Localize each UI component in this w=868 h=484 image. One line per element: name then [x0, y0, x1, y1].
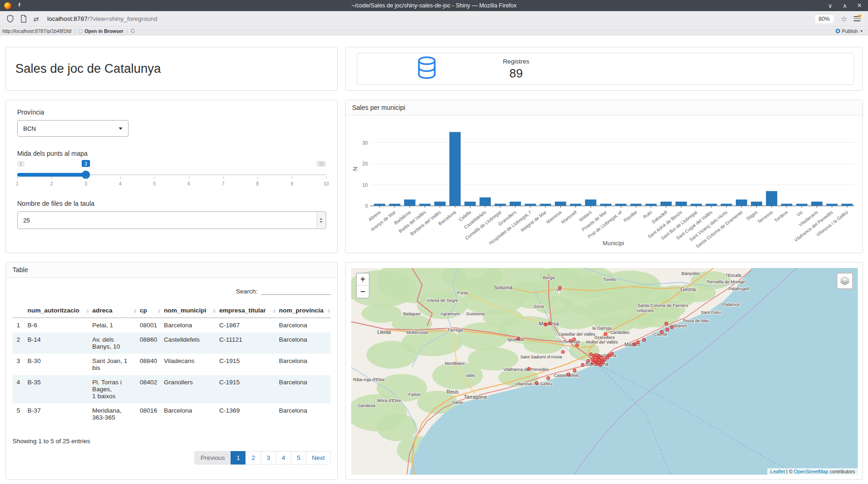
- provincia-selected-value: BCN: [23, 125, 36, 132]
- map-zoom-in-button[interactable]: +: [357, 274, 369, 286]
- chart-bar: [766, 191, 777, 206]
- x-axis-tick-label: Tordera: [773, 210, 789, 223]
- column-header-empresa_titular[interactable]: empresa_titular: [216, 304, 276, 318]
- map-sale-marker[interactable]: [604, 332, 607, 336]
- map-sale-marker[interactable]: [611, 352, 614, 356]
- chart-bar: [736, 199, 747, 206]
- chart-bar: [480, 197, 491, 206]
- number-stepper[interactable]: [316, 212, 325, 228]
- window-minimize-button[interactable]: ∨: [828, 2, 833, 9]
- map-town-label: Valls: [466, 373, 475, 378]
- map-sale-marker[interactable]: [573, 369, 576, 372]
- stepper-down-icon[interactable]: [320, 221, 322, 223]
- map-sale-marker[interactable]: [608, 354, 611, 357]
- next-page-button[interactable]: Next: [306, 451, 331, 465]
- map-sale-marker[interactable]: [535, 382, 538, 385]
- column-header-cp[interactable]: cp: [137, 304, 161, 318]
- map-sale-marker[interactable]: [670, 325, 674, 329]
- map-sale-marker[interactable]: [587, 359, 590, 363]
- x-axis-tick-label: Ripollet: [623, 210, 638, 223]
- map-canvas[interactable]: BergaSolsonaTorellóBanyolesl'EscalaTorro…: [351, 268, 858, 475]
- map-town-label: Castelldefels: [554, 373, 579, 378]
- map-sale-marker[interactable]: [544, 323, 547, 326]
- point-size-slider[interactable]: 1 10 3 12345678910: [17, 159, 326, 188]
- map-sale-marker[interactable]: [660, 331, 663, 334]
- map-sale-marker[interactable]: [547, 376, 550, 380]
- slider-tick-label: 8: [256, 181, 259, 186]
- zoom-level-indicator[interactable]: 80%: [815, 15, 834, 23]
- table-cell: Castelldefels: [161, 332, 216, 354]
- map-sale-marker[interactable]: [666, 328, 669, 331]
- page-button-1[interactable]: 1: [231, 451, 246, 465]
- leaflet-map[interactable]: BergaSolsonaTorellóBanyolesl'EscalaTorro…: [351, 268, 858, 475]
- map-sale-marker[interactable]: [637, 341, 640, 344]
- hamburger-menu-icon[interactable]: [854, 16, 861, 21]
- map-sale-marker[interactable]: [561, 350, 565, 354]
- page-button-2[interactable]: 2: [245, 451, 261, 465]
- window-maximize-button[interactable]: ∧: [842, 2, 847, 9]
- map-sale-marker[interactable]: [592, 361, 595, 364]
- column-header-nom_provincia[interactable]: nom_provincia: [276, 304, 331, 318]
- map-sale-marker[interactable]: [576, 344, 579, 347]
- column-header-adreca[interactable]: adreca: [90, 304, 137, 318]
- page-button-4[interactable]: 4: [276, 451, 291, 465]
- column-header-nom_municipi[interactable]: nom_municipi: [161, 304, 216, 318]
- table-row[interactable]: 4B-35Pl. Torras i Bages, 1 baixos08402Gr…: [13, 375, 331, 403]
- previous-page-button[interactable]: Previous: [194, 451, 231, 465]
- table-row[interactable]: 2B-14Av. dels Banys, 1008860Castelldefel…: [13, 332, 331, 354]
- map-sale-marker[interactable]: [595, 363, 598, 366]
- open-in-browser-button[interactable]: Open in Browser: [84, 28, 123, 34]
- window-close-button[interactable]: ×: [857, 2, 862, 9]
- table-cell: 08840: [137, 354, 161, 375]
- map-sale-marker[interactable]: [599, 363, 602, 367]
- provincia-select[interactable]: BCN: [17, 120, 129, 137]
- search-input[interactable]: [261, 286, 331, 295]
- map-sale-marker[interactable]: [548, 322, 552, 325]
- map-zoom-out-button[interactable]: −: [357, 286, 369, 298]
- permissions-icon[interactable]: ⇄: [33, 15, 39, 23]
- map-sale-marker[interactable]: [581, 363, 585, 367]
- map-sale-marker[interactable]: [527, 367, 531, 370]
- map-layers-control[interactable]: [836, 273, 853, 289]
- shield-icon[interactable]: [6, 15, 14, 23]
- map-town-label: Banyoles: [682, 271, 700, 276]
- publish-button[interactable]: Publish ▼: [836, 28, 868, 34]
- slider-tick: [17, 177, 18, 179]
- sort-icon: [213, 309, 216, 313]
- refresh-icon[interactable]: [130, 28, 135, 34]
- map-sale-marker[interactable]: [591, 358, 594, 361]
- table-cell: B-35: [25, 375, 89, 403]
- map-sale-marker[interactable]: [572, 338, 576, 341]
- map-town-label: Riba-roja d'Ebre: [353, 377, 385, 382]
- map-sale-marker[interactable]: [559, 287, 562, 290]
- slider-tick-label: 1: [16, 181, 19, 186]
- map-sale-marker[interactable]: [589, 353, 592, 356]
- map-sale-marker[interactable]: [569, 339, 572, 343]
- table-cell: 08402: [137, 375, 161, 403]
- table-row[interactable]: 3B-30Sant Joan, 1 bis08840ViladecansC-19…: [13, 354, 331, 375]
- openstreetmap-link[interactable]: OpenStreetMap: [794, 469, 828, 474]
- map-sale-marker[interactable]: [665, 322, 668, 325]
- page-button-3[interactable]: 3: [261, 451, 276, 465]
- table-row[interactable]: 5B-37Meridiana, 363-36508016BarcelonaC-1…: [13, 403, 331, 425]
- map-town-label: la Garriga: [592, 325, 612, 331]
- map-sale-marker[interactable]: [633, 343, 636, 346]
- stepper-up-icon[interactable]: [320, 218, 322, 220]
- page-button-5[interactable]: 5: [291, 451, 307, 465]
- table-row[interactable]: 1B-6Pelai, 108001BarcelonaC-1867Barcelon…: [13, 318, 331, 333]
- bookmark-star-icon[interactable]: ☆: [841, 15, 847, 23]
- map-sale-marker[interactable]: [643, 338, 646, 342]
- map-town-label: l'Escala: [726, 273, 741, 278]
- map-sale-marker[interactable]: [517, 337, 520, 340]
- map-sale-marker[interactable]: [567, 373, 570, 376]
- leaflet-link[interactable]: Leaflet: [770, 469, 785, 474]
- rows-number-input[interactable]: 25: [17, 211, 326, 229]
- page-info-icon[interactable]: [20, 15, 27, 23]
- chart-bar: [796, 204, 807, 206]
- map-sale-marker[interactable]: [601, 360, 604, 363]
- column-header-num_autoritzacio[interactable]: num_autoritzacio: [25, 304, 89, 318]
- table-cell: Pelai, 1: [90, 318, 137, 333]
- url-bar[interactable]: localhost:8787/?view=shiny_foreground: [47, 15, 158, 22]
- slider-max-badge: 10: [316, 161, 326, 167]
- shiny-app-canvas: Sales de joc de Catalunya Registres 89: [0, 36, 868, 484]
